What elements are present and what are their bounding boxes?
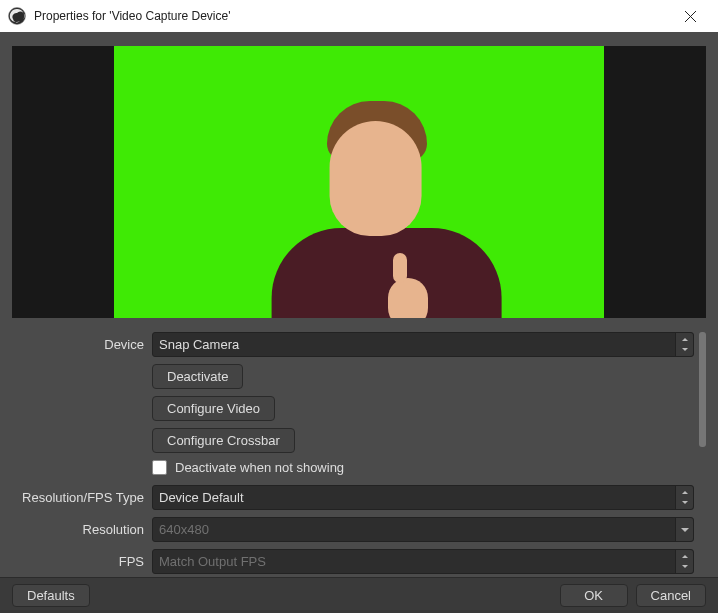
device-select[interactable]: Snap Camera: [152, 332, 694, 357]
person-thumb: [393, 253, 407, 283]
resolution-select[interactable]: 640x480: [152, 517, 694, 542]
device-select-value: Snap Camera: [159, 337, 239, 352]
fps-select[interactable]: Match Output FPS: [152, 549, 694, 574]
device-label: Device: [12, 337, 144, 352]
updown-icon: [675, 486, 693, 509]
updown-icon: [675, 550, 693, 573]
video-preview: [12, 46, 706, 318]
resolution-value: 640x480: [159, 522, 209, 537]
close-button[interactable]: [670, 2, 710, 30]
form-area: Device Snap Camera Deactivate Configure …: [0, 326, 718, 577]
chevron-down-icon: [675, 518, 693, 541]
updown-icon: [675, 333, 693, 356]
resolution-fps-type-label: Resolution/FPS Type: [12, 490, 144, 505]
ok-button[interactable]: OK: [560, 584, 628, 607]
deactivate-button[interactable]: Deactivate: [152, 364, 243, 389]
defaults-button[interactable]: Defaults: [12, 584, 90, 607]
properties-dialog: Properties for 'Video Capture Device': [0, 0, 718, 613]
form-scrollbar[interactable]: [699, 332, 706, 577]
person-torso: [272, 228, 502, 318]
dialog-footer: Defaults OK Cancel: [0, 577, 718, 613]
preview-greenscreen: [114, 46, 604, 318]
resolution-fps-type-value: Device Default: [159, 490, 244, 505]
fps-label: FPS: [12, 554, 144, 569]
titlebar: Properties for 'Video Capture Device': [0, 0, 718, 32]
window-title: Properties for 'Video Capture Device': [34, 9, 662, 23]
dialog-content: Device Snap Camera Deactivate Configure …: [0, 32, 718, 613]
deactivate-when-not-showing-checkbox[interactable]: [152, 460, 167, 475]
configure-video-button[interactable]: Configure Video: [152, 396, 275, 421]
scrollbar-thumb[interactable]: [699, 332, 706, 447]
deactivate-when-not-showing-label: Deactivate when not showing: [175, 460, 344, 475]
configure-crossbar-button[interactable]: Configure Crossbar: [152, 428, 295, 453]
resolution-fps-type-select[interactable]: Device Default: [152, 485, 694, 510]
cancel-button[interactable]: Cancel: [636, 584, 706, 607]
person-face: [330, 121, 422, 236]
person-hand: [388, 278, 428, 318]
resolution-label: Resolution: [12, 522, 144, 537]
fps-value: Match Output FPS: [159, 554, 266, 569]
preview-container: [0, 32, 718, 326]
obs-app-icon: [8, 7, 26, 25]
